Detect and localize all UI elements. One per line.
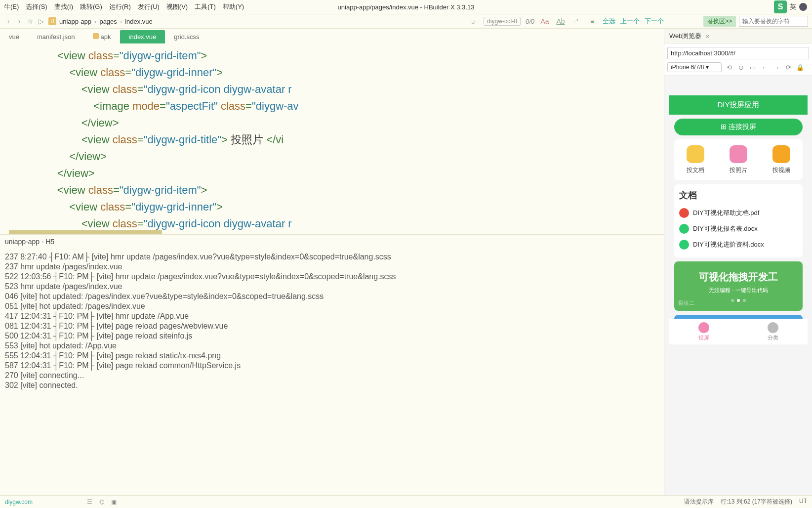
menu-item[interactable]: 视图(V) [166, 2, 188, 11]
forward-icon[interactable]: › [14, 16, 25, 27]
menu-item[interactable]: 跳转(G) [80, 2, 102, 11]
search-icon[interactable]: ⌕ [468, 16, 479, 27]
tab-icon [698, 322, 709, 333]
window-title: uniapp-app/pages/index.vue - HBuilder X … [338, 3, 475, 11]
app-header: DIY投屏应用 [669, 95, 808, 115]
grid-icon [687, 145, 704, 163]
gutter [0, 43, 9, 234]
status-domain[interactable]: diygw.com [5, 499, 33, 506]
next-link[interactable]: 下一个 [645, 17, 664, 26]
outline-icon[interactable]: ☰ [87, 499, 92, 506]
promo-banner[interactable]: 可视化拖拽开发工 无须编程 · 一键导出代码 骨块二 [674, 261, 803, 311]
replace-input[interactable] [739, 16, 808, 27]
docs-title: 文档 [679, 189, 798, 201]
cursor-position: 行:13 列:62 (17字符被选择) [721, 498, 792, 506]
file-icon [679, 208, 689, 218]
action-grid: 投文档投照片投视频 [674, 139, 803, 180]
bottom-tab[interactable]: 投屏 [669, 319, 738, 344]
list-icon[interactable]: ≡ [587, 16, 598, 27]
regex-icon[interactable]: ·* [571, 16, 582, 27]
statusbar: diygw.com ☰ ⌬ ▣ 语法提示库 行:13 列:62 (17字符被选择… [0, 495, 812, 508]
play-icon[interactable]: ▷ [36, 16, 46, 27]
file-icon [679, 240, 689, 250]
grid-cell[interactable]: 投照片 [730, 145, 747, 174]
crumb-folder[interactable]: pages [99, 18, 117, 25]
rotate-icon[interactable]: ⟲ [725, 63, 733, 72]
phone-preview: DIY投屏应用 ⊞ 连接投屏 投文档投照片投视频 文档 DIY可视化帮助文档.p… [664, 76, 812, 495]
case-icon[interactable]: Aa [539, 16, 550, 27]
whole-word-icon[interactable]: Ab [555, 16, 566, 27]
terminal-icon[interactable]: ▣ [111, 499, 117, 506]
grid-icon [730, 145, 747, 163]
ime-badge[interactable]: S [774, 0, 787, 13]
reload-icon[interactable]: ⟳ [784, 63, 793, 72]
search-term[interactable]: diygw-col-0 [484, 17, 521, 26]
folder-icon [93, 33, 99, 39]
lock-icon[interactable]: 🔒 [796, 63, 805, 72]
tree-icon[interactable]: ⌬ [99, 499, 104, 506]
menu-item[interactable]: 帮助(Y) [223, 2, 244, 11]
tab-index.vue[interactable]: index.vue [120, 30, 165, 43]
snapshot-icon[interactable]: ⊙ [736, 63, 745, 72]
dark-mode-icon[interactable] [799, 3, 807, 11]
tab-manifest.json[interactable]: manifest.json [28, 30, 84, 43]
close-icon[interactable]: × [706, 33, 710, 40]
doc-item[interactable]: DIY可视化报名表.docx [679, 221, 798, 237]
tab-vue[interactable]: vue [0, 30, 28, 43]
menu-item[interactable]: 查找(I) [54, 2, 73, 11]
docs-panel: 文档 DIY可视化帮助文档.pdfDIY可视化报名表.docxDIY可视化进阶资… [674, 184, 803, 257]
web-browser-tab[interactable]: Web浏览器 × [664, 29, 812, 44]
toolbar: ‹ › ☆ ▷ U uniapp-app › pages › index.vue… [0, 14, 812, 29]
ime-lang: 英 [790, 2, 796, 11]
syntax-hint[interactable]: 语法提示库 [684, 498, 714, 506]
grid-icon [772, 145, 790, 163]
breadcrumb: U uniapp-app › pages › index.vue [48, 17, 153, 25]
doc-item[interactable]: DIY可视化帮助文档.pdf [679, 205, 798, 221]
menu-item[interactable]: 牛(E) [4, 2, 19, 11]
menu-item[interactable]: 运行(R) [109, 2, 131, 11]
slab-label: 骨块二 [674, 298, 698, 308]
forward-nav-icon[interactable]: → [772, 63, 781, 72]
replace-button[interactable]: 替换区>> [703, 16, 736, 27]
connect-button[interactable]: ⊞ 连接投屏 [674, 119, 803, 135]
tab-apk[interactable]: apk [84, 30, 120, 43]
project-icon: U [48, 17, 56, 25]
h-scrollbar[interactable] [9, 230, 162, 234]
star-icon[interactable]: ☆ [25, 16, 36, 27]
prev-link[interactable]: 上一个 [620, 17, 640, 26]
search-counter: 0/0 [526, 18, 534, 25]
grid-cell[interactable]: 投视频 [772, 145, 790, 174]
menu-item[interactable]: 选择(S) [26, 2, 47, 11]
crumb-file[interactable]: index.vue [125, 18, 153, 25]
menu-item[interactable]: 工具(T) [195, 2, 216, 11]
bottom-bar: 投屏分类 [669, 319, 808, 344]
back-icon[interactable]: ‹ [3, 16, 14, 27]
menu-item[interactable]: 发行(U) [138, 2, 160, 11]
tab-icon [768, 322, 778, 333]
grid-cell[interactable]: 投文档 [687, 145, 704, 174]
devtools-icon[interactable]: ▭ [748, 63, 757, 72]
doc-item[interactable]: DIY可视化进阶资料.docx [679, 237, 798, 253]
web-browser-panel: Web浏览器 × http://localhost:3000/#/ iPhone… [664, 29, 812, 495]
tab-grid.scss[interactable]: grid.scss [165, 30, 208, 43]
terminal-title: uniapp-app - H5 [5, 238, 54, 246]
crumb-project[interactable]: uniapp-app [59, 18, 91, 25]
encoding[interactable]: UT [799, 498, 807, 506]
device-select[interactable]: iPhone 6/7/8 ▾ [667, 62, 722, 72]
menubar: 牛(E)选择(S)查找(I)跳转(G)运行(R)发行(U)视图(V)工具(T)帮… [0, 0, 812, 14]
select-all-link[interactable]: 全选 [603, 17, 615, 26]
back-nav-icon[interactable]: ← [760, 63, 769, 72]
bottom-tab[interactable]: 分类 [738, 319, 808, 344]
url-bar[interactable]: http://localhost:3000/#/ [667, 47, 809, 59]
file-icon [679, 224, 689, 234]
